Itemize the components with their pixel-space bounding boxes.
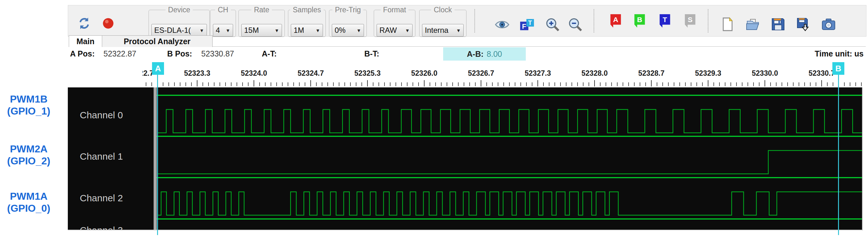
format-dropdown-value: RAW bbox=[379, 26, 404, 35]
ruler-minor-tick bbox=[390, 82, 391, 86]
ruler-tick-label: 52329.3 bbox=[686, 69, 730, 78]
ruler-tick-label: 52324.7 bbox=[288, 69, 333, 78]
ruler-major-tick bbox=[481, 80, 481, 86]
ruler-minor-tick bbox=[203, 82, 203, 86]
record-icon bbox=[101, 17, 115, 30]
refresh-device-button[interactable] bbox=[77, 16, 91, 31]
ruler-minor-tick bbox=[759, 82, 760, 86]
cursor-a-flag-button[interactable]: A bbox=[609, 13, 622, 28]
channel-name-1[interactable]: Channel 1 bbox=[80, 151, 123, 162]
format-group: FormatRAW▼ bbox=[374, 10, 415, 37]
ruler-minor-tick bbox=[492, 82, 493, 86]
waveform-trace-channel-2 bbox=[158, 192, 862, 215]
ruler-minor-tick bbox=[293, 82, 294, 86]
ruler-minor-tick bbox=[339, 82, 339, 86]
ruler-minor-tick bbox=[662, 82, 663, 86]
zoom-in-button[interactable] bbox=[545, 17, 560, 32]
ruler-minor-tick bbox=[583, 82, 584, 86]
ruler-minor-tick bbox=[691, 82, 691, 86]
format-group-label-text: Format bbox=[381, 6, 409, 14]
save-as-button[interactable] bbox=[796, 17, 811, 32]
zoom-out-button[interactable] bbox=[567, 17, 583, 32]
ruler-minor-tick bbox=[787, 82, 788, 86]
ruler-minor-tick bbox=[543, 82, 544, 86]
ruler-minor-tick bbox=[151, 82, 152, 86]
rate-dropdown[interactable]: 15M▼ bbox=[241, 24, 282, 37]
trigger-t-flag-button[interactable]: T bbox=[658, 13, 672, 28]
ruler-minor-tick bbox=[396, 82, 396, 86]
ruler-minor-tick bbox=[475, 82, 476, 86]
ruler-minor-tick bbox=[191, 82, 192, 86]
ruler-minor-tick bbox=[833, 82, 833, 86]
ruler-minor-tick bbox=[713, 82, 714, 86]
ruler-tick-label: 52326.7 bbox=[459, 69, 503, 78]
record-button[interactable] bbox=[101, 17, 115, 30]
ruler-minor-tick bbox=[679, 82, 680, 86]
pretrig-group: Pre-Trig0%▼ bbox=[329, 10, 367, 37]
tab-protocol-analyzer[interactable]: Protocol Analyzer bbox=[101, 35, 213, 47]
svg-text:A: A bbox=[613, 16, 618, 24]
ruler-minor-tick bbox=[515, 82, 516, 86]
device-group-label-text: Device bbox=[165, 6, 193, 14]
ruler-minor-tick bbox=[418, 82, 419, 86]
pretrig-dropdown[interactable]: 0%▼ bbox=[332, 24, 364, 37]
cursor-a-handle[interactable]: A bbox=[152, 62, 164, 75]
ruler-minor-tick bbox=[373, 82, 373, 86]
cursor-b-handle[interactable]: B bbox=[832, 62, 844, 75]
cursor-s-flag-button[interactable]: S bbox=[683, 13, 697, 28]
ruler-minor-tick bbox=[503, 82, 504, 86]
ruler-minor-tick bbox=[617, 82, 618, 86]
toolbar-separator bbox=[474, 9, 475, 32]
clock-dropdown-value: Interna bbox=[425, 26, 455, 35]
ruler-minor-tick bbox=[549, 82, 550, 86]
save-file-button[interactable] bbox=[771, 17, 786, 32]
ruler-minor-tick bbox=[276, 82, 277, 86]
ruler-minor-tick bbox=[333, 82, 334, 86]
ruler-minor-tick bbox=[668, 82, 669, 86]
ruler-minor-tick bbox=[827, 82, 828, 86]
flag-icon: T bbox=[658, 13, 672, 28]
ruler-minor-tick bbox=[362, 82, 362, 86]
tab-main[interactable]: Main bbox=[69, 35, 102, 47]
clock-dropdown[interactable]: Interna▼ bbox=[422, 24, 464, 37]
cursor-b-flag-button[interactable]: B bbox=[633, 13, 646, 28]
samples-dropdown[interactable]: 1M▼ bbox=[291, 24, 323, 37]
flag-icon: A bbox=[609, 13, 622, 28]
ruler-minor-tick bbox=[850, 82, 850, 86]
pretrig-group-label: Pre-Trig bbox=[329, 6, 367, 14]
channel-name-2[interactable]: Channel 2 bbox=[80, 193, 123, 204]
frequency-time-toggle-button[interactable]: FT bbox=[519, 17, 535, 32]
screenshot-camera-button[interactable] bbox=[821, 17, 836, 32]
ruler-minor-tick bbox=[645, 82, 646, 86]
panel-divider[interactable] bbox=[154, 87, 157, 230]
cursor-b-line[interactable] bbox=[838, 74, 839, 235]
timeline-ruler[interactable]: 52322.752323.352324.052324.752325.352326… bbox=[143, 68, 864, 87]
new-file-button[interactable] bbox=[720, 17, 735, 32]
signal-label-pwm1b: PWM1B(GPIO_1) bbox=[0, 93, 57, 117]
ch-dropdown[interactable]: 4▼ bbox=[213, 24, 233, 37]
ruler-minor-tick bbox=[231, 82, 231, 86]
chevron-down-icon: ▼ bbox=[274, 28, 279, 33]
ruler-minor-tick bbox=[634, 82, 634, 86]
ruler-minor-tick bbox=[219, 82, 220, 86]
svg-text:T: T bbox=[528, 19, 532, 26]
b-t-label: B-T: bbox=[364, 49, 379, 58]
ruler-tick-label: 52323.3 bbox=[175, 69, 219, 78]
format-dropdown[interactable]: RAW▼ bbox=[377, 24, 412, 37]
device-dropdown[interactable]: ES-DLA-1(▼ bbox=[151, 24, 207, 37]
b-pos-value: 52330.87 bbox=[201, 49, 234, 58]
tabstrip-divider bbox=[101, 47, 866, 47]
waveform-panel[interactable] bbox=[157, 87, 862, 230]
open-file-button[interactable] bbox=[745, 17, 761, 32]
ruler-major-tick bbox=[651, 80, 652, 86]
clock-group-label-text: Clock bbox=[431, 6, 455, 14]
cursor-a-line[interactable] bbox=[157, 74, 158, 235]
cursor-info-bar: A Pos: 52322.87 B Pos: 52330.87 A-T: B-T… bbox=[0, 47, 868, 61]
ruler-minor-tick bbox=[571, 82, 572, 86]
channel-name-3[interactable]: Channel 3 bbox=[80, 225, 123, 230]
rate-group: Rate15M▼ bbox=[239, 10, 285, 37]
ruler-minor-tick bbox=[623, 82, 623, 86]
eye-button[interactable] bbox=[494, 17, 510, 32]
waveform-plot bbox=[157, 87, 862, 230]
channel-name-0[interactable]: Channel 0 bbox=[80, 110, 123, 120]
